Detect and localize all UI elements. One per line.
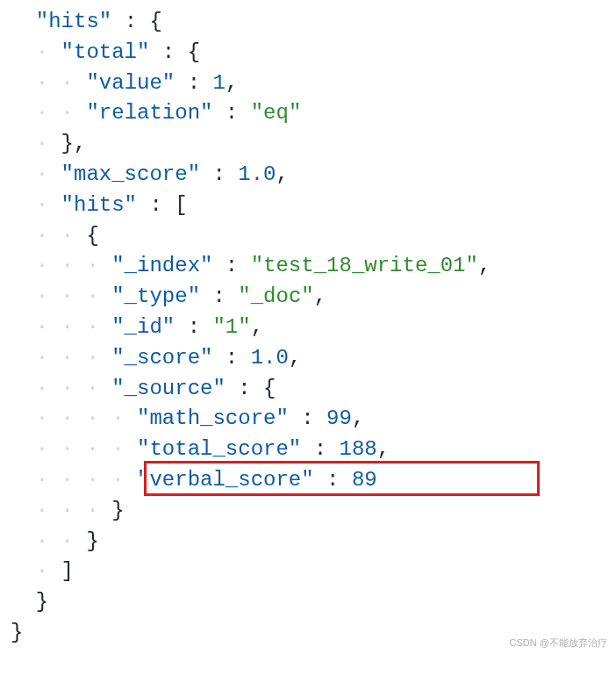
indent: · · · · [11,437,137,461]
code-line: · · · } [11,496,605,527]
code-line: "hits" : { [11,7,605,38]
punct: : [175,71,212,95]
code-line: · · · "_score" : 1.0, [11,343,605,374]
json-key: "relation" [86,101,212,125]
code-line: · "total" : { [11,38,605,68]
code-line: · · "relation" : "eq" [11,98,605,129]
indent: · · [11,71,86,95]
code-line: · "hits" : [ [11,190,605,221]
json-string: "test_18_write_01" [251,254,478,277]
code-line: · · · "_type" : "_doc", [11,282,605,313]
json-number: 89 [352,468,377,492]
code-line: · ] [11,557,605,587]
indent: · · [11,101,86,125]
indent: · [11,162,61,186]
json-key: "_source" [111,377,226,400]
punct: : [200,162,238,186]
indent: · · · [11,284,111,308]
json-key: "_type" [111,284,200,308]
punct: : [ [137,193,188,217]
json-key: "hits" [36,10,111,33]
punct: , [314,284,326,308]
json-key: "math_score" [137,406,289,430]
indent [11,10,36,33]
code-line: · · · · "math_score" : 99, [11,404,605,435]
indent: · · [11,224,86,248]
punct: }, [61,132,87,155]
code-line: · · · "_index" : "test_18_write_01", [11,251,605,282]
code-line-highlighted: · · · · "total_score" : 188, [11,435,605,465]
indent: · · · · [11,406,137,430]
indent: · · · · [11,468,137,492]
json-key: "total" [61,40,150,64]
json-key: "max_score" [61,162,200,186]
json-key: "value" [86,71,175,95]
punct: : [314,468,352,492]
indent: · · · [11,254,111,277]
json-number: 1.0 [238,162,276,186]
json-code-block: "hits" : { · "total" : { · · "value" : 1… [11,7,605,649]
indent: · · [11,529,86,553]
code-line: · · · · "verbal_score" : 89 [11,465,605,496]
code-line: · · · "_id" : "1", [11,313,605,343]
punct: { [86,224,98,248]
indent: · · · [11,377,111,400]
json-string: "eq" [251,101,302,125]
punct: } [11,621,23,644]
punct: } [86,529,98,553]
json-string: "1" [212,315,250,339]
watermark-text: CSDN @不能放弃治疗 [510,636,607,650]
json-number: 188 [339,437,376,461]
indent: · [11,132,61,155]
code-line: · }, [11,129,605,160]
json-number: 1.0 [251,346,289,370]
punct: : { [226,377,276,400]
code-line: · · · "_source" : { [11,374,605,405]
punct: ] [61,559,74,583]
json-number: 1 [212,71,225,95]
punct: } [111,499,124,522]
indent: · · · [11,315,111,339]
punct: : [175,315,212,339]
json-number: 99 [326,406,352,430]
punct: , [226,71,238,95]
punct: : [200,284,238,308]
indent: · [11,559,61,583]
json-key: "verbal_score" [137,468,314,492]
punct: , [251,315,263,339]
punct: , [352,406,364,430]
indent: · · · [11,499,111,522]
code-line: · · } [11,527,605,557]
json-key: "_id" [111,315,175,339]
punct: : [212,101,250,125]
punct: : { [149,40,200,64]
json-key: "_index" [111,254,212,277]
punct: , [478,254,491,277]
code-line: · "max_score" : 1.0, [11,160,605,190]
indent [11,590,36,614]
json-key: "total_score" [137,437,301,461]
code-line: · · "value" : 1, [11,68,605,99]
punct: : { [111,10,162,33]
punct: , [289,346,301,370]
indent: · [11,193,61,217]
json-string: "_doc" [238,284,313,308]
json-key: "_score" [111,346,212,370]
code-line: · · { [11,221,605,252]
punct: : [212,254,250,277]
indent: · [11,40,61,64]
punct: : [289,406,326,430]
indent: · · · [11,346,111,370]
punct: , [377,437,390,461]
punct: } [36,590,48,614]
punct: : [212,346,250,370]
json-key: "hits" [61,193,137,217]
code-line: } [11,587,605,618]
punct: : [301,437,339,461]
punct: , [276,162,288,186]
